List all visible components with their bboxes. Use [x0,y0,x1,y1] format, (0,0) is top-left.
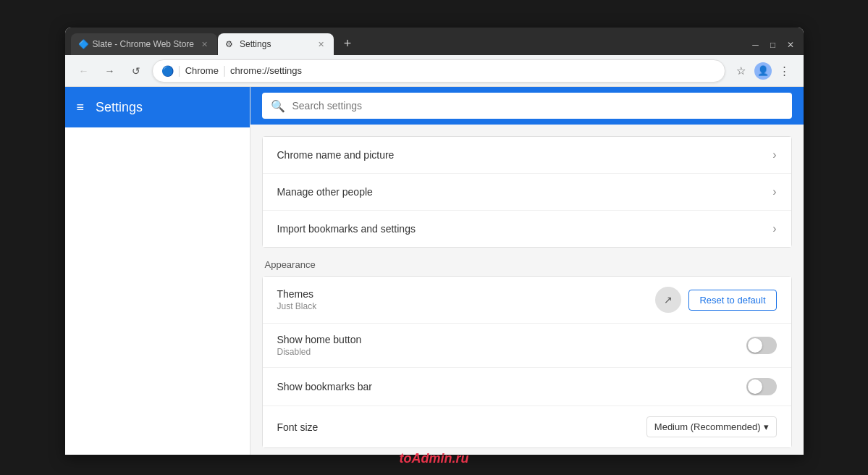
font-size-value: Medium (Recommended) [654,421,761,432]
main-area: ≡ Settings 🔍 Chrome name and picture › [65,87,804,455]
show-home-button-item: Show home button Disabled [263,324,791,368]
menu-icon[interactable]: ⋮ [775,61,795,81]
forward-button[interactable]: → [100,61,120,81]
tab-slate[interactable]: 🔷 Slate - Chrome Web Store ✕ [71,33,218,55]
chevron-right-icon-1: › [772,148,776,161]
import-bookmarks-item[interactable]: Import bookmarks and settings › [263,211,791,247]
people-section: Chrome name and picture › Manage other p… [262,136,792,248]
show-bookmarks-bar-right [746,378,777,395]
tab-settings-icon: ⚙ [225,39,235,49]
show-home-button-title: Show home button [277,334,746,345]
external-link-icon: ↗ [664,294,673,306]
appearance-section: Themes Just Black ↗ Reset to default [262,276,792,448]
font-size-dropdown-icon: ▾ [764,421,769,432]
toggle-thumb-bookmarks [748,379,762,394]
search-bar: 🔍 [250,87,804,125]
themes-external-link-button[interactable]: ↗ [655,287,681,313]
show-bookmarks-bar-item: Show bookmarks bar [263,368,791,406]
themes-item-left: Themes Just Black [277,288,656,311]
manage-other-people-label: Manage other people [277,186,773,198]
tab-settings-close[interactable]: ✕ [315,38,326,50]
themes-item-right: ↗ Reset to default [655,287,776,313]
chevron-right-icon-3: › [772,222,776,235]
url-separator: | [178,64,181,77]
url-separator-2: | [223,64,226,77]
search-icon: 🔍 [271,99,285,113]
reset-to-default-button[interactable]: Reset to default [688,290,776,311]
new-tab-button[interactable]: + [337,33,358,54]
show-bookmarks-bar-toggle[interactable] [746,378,777,395]
tab-settings-title: Settings [240,39,311,49]
search-input[interactable] [292,100,783,112]
chrome-name-picture-item[interactable]: Chrome name and picture › [263,137,791,174]
url-chrome-label: Chrome [185,65,219,76]
title-bar: 🔷 Slate - Chrome Web Store ✕ ⚙ Settings … [65,28,804,55]
address-bar-right: ☆ 👤 ⋮ [731,61,795,81]
search-input-wrap[interactable]: 🔍 [262,93,792,119]
sidebar-title: Settings [96,100,143,115]
url-address: chrome://settings [230,65,302,76]
show-bookmarks-bar-left: Show bookmarks bar [277,381,746,392]
font-size-item: Font size Medium (Recommended) ▾ [263,406,791,447]
maximize-button[interactable]: □ [769,41,778,49]
settings-content: Chrome name and picture › Manage other p… [250,136,804,448]
sidebar: ≡ Settings [65,87,250,455]
hamburger-icon[interactable]: ≡ [77,100,85,115]
address-bar: ← → ↺ 🔵 | Chrome | chrome://settings ☆ 👤… [65,55,804,87]
url-bar[interactable]: 🔵 | Chrome | chrome://settings [152,59,725,83]
show-home-button-right [746,337,777,354]
themes-item: Themes Just Black ↗ Reset to default [263,277,791,324]
tab-slate-icon: 🔷 [78,39,88,49]
reload-button[interactable]: ↺ [126,61,146,81]
close-button[interactable]: ✕ [786,41,795,49]
tab-settings[interactable]: ⚙ Settings ✕ [218,33,334,55]
import-bookmarks-label: Import bookmarks and settings [277,223,773,235]
themes-subtitle: Just Black [277,301,656,311]
tab-slate-title: Slate - Chrome Web Store [93,39,195,49]
chrome-name-picture-label: Chrome name and picture [277,149,773,161]
chrome-logo-icon: 🔵 [161,65,174,77]
font-size-dropdown[interactable]: Medium (Recommended) ▾ [646,416,777,437]
minimize-button[interactable]: ─ [751,41,760,49]
chevron-right-icon-2: › [772,185,776,198]
browser-window: 🔷 Slate - Chrome Web Store ✕ ⚙ Settings … [65,28,804,455]
show-home-button-toggle[interactable] [746,337,777,354]
profile-avatar[interactable]: 👤 [754,62,772,80]
tab-slate-close[interactable]: ✕ [198,38,210,50]
appearance-section-header: Appearance [250,248,804,276]
show-home-button-left: Show home button Disabled [277,334,746,357]
bookmark-icon[interactable]: ☆ [731,61,751,81]
font-size-left: Font size [277,421,646,433]
font-size-right: Medium (Recommended) ▾ [646,416,777,437]
font-size-title: Font size [277,421,646,433]
show-bookmarks-bar-title: Show bookmarks bar [277,381,746,392]
manage-other-people-item[interactable]: Manage other people › [263,174,791,211]
show-home-button-subtitle: Disabled [277,347,746,357]
window-controls: ─ □ ✕ [743,41,804,49]
themes-title: Themes [277,288,656,300]
back-button[interactable]: ← [74,61,94,81]
content-area: 🔍 Chrome name and picture › Manage other… [250,87,804,455]
tabs-area: 🔷 Slate - Chrome Web Store ✕ ⚙ Settings … [71,28,743,55]
toggle-thumb-home [748,338,762,353]
sidebar-header: ≡ Settings [65,87,250,127]
